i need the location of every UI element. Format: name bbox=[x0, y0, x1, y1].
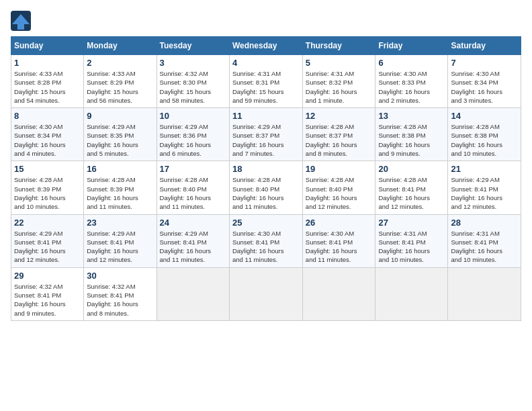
calendar-day-cell: 19Sunrise: 4:28 AM Sunset: 8:40 PM Dayli… bbox=[302, 161, 375, 214]
calendar-header-row: SundayMondayTuesdayWednesdayThursdayFrid… bbox=[11, 37, 521, 55]
day-number: 9 bbox=[87, 111, 153, 121]
day-info: Sunrise: 4:29 AM Sunset: 8:35 PM Dayligh… bbox=[87, 122, 153, 158]
day-info: Sunrise: 4:33 AM Sunset: 8:28 PM Dayligh… bbox=[14, 69, 81, 105]
calendar-day-cell bbox=[448, 267, 521, 320]
logo bbox=[11, 11, 34, 31]
calendar-day-cell: 8Sunrise: 4:30 AM Sunset: 8:34 PM Daylig… bbox=[11, 108, 84, 161]
day-number: 22 bbox=[14, 218, 81, 228]
calendar-day-cell: 10Sunrise: 4:29 AM Sunset: 8:36 PM Dayli… bbox=[157, 108, 229, 161]
day-number: 28 bbox=[451, 218, 518, 228]
day-info: Sunrise: 4:30 AM Sunset: 8:41 PM Dayligh… bbox=[306, 229, 373, 265]
day-number: 11 bbox=[232, 111, 300, 121]
calendar-day-cell: 26Sunrise: 4:30 AM Sunset: 8:41 PM Dayli… bbox=[302, 214, 375, 267]
calendar-day-cell: 12Sunrise: 4:28 AM Sunset: 8:37 PM Dayli… bbox=[302, 108, 375, 161]
calendar-header-day: Tuesday bbox=[157, 37, 229, 55]
day-info: Sunrise: 4:32 AM Sunset: 8:41 PM Dayligh… bbox=[87, 282, 153, 318]
calendar-day-cell: 14Sunrise: 4:28 AM Sunset: 8:38 PM Dayli… bbox=[448, 108, 521, 161]
calendar-body: 1Sunrise: 4:33 AM Sunset: 8:28 PM Daylig… bbox=[11, 55, 521, 321]
day-info: Sunrise: 4:28 AM Sunset: 8:41 PM Dayligh… bbox=[378, 175, 445, 211]
day-number: 14 bbox=[451, 111, 518, 121]
day-number: 3 bbox=[160, 58, 226, 68]
calendar-day-cell bbox=[375, 267, 448, 320]
day-number: 20 bbox=[378, 164, 445, 174]
day-number: 29 bbox=[14, 271, 81, 281]
calendar-day-cell: 13Sunrise: 4:28 AM Sunset: 8:38 PM Dayli… bbox=[375, 108, 448, 161]
calendar-day-cell: 17Sunrise: 4:28 AM Sunset: 8:40 PM Dayli… bbox=[157, 161, 229, 214]
calendar-day-cell: 22Sunrise: 4:29 AM Sunset: 8:41 PM Dayli… bbox=[11, 214, 84, 267]
day-number: 27 bbox=[378, 218, 445, 228]
logo-icon bbox=[11, 11, 31, 31]
day-number: 1 bbox=[14, 58, 81, 68]
calendar-day-cell: 11Sunrise: 4:29 AM Sunset: 8:37 PM Dayli… bbox=[229, 108, 302, 161]
calendar-day-cell: 15Sunrise: 4:28 AM Sunset: 8:39 PM Dayli… bbox=[11, 161, 84, 214]
day-number: 16 bbox=[87, 164, 153, 174]
day-info: Sunrise: 4:28 AM Sunset: 8:37 PM Dayligh… bbox=[306, 122, 373, 158]
day-info: Sunrise: 4:30 AM Sunset: 8:41 PM Dayligh… bbox=[232, 229, 300, 265]
calendar-day-cell: 25Sunrise: 4:30 AM Sunset: 8:41 PM Dayli… bbox=[229, 214, 302, 267]
calendar-day-cell: 20Sunrise: 4:28 AM Sunset: 8:41 PM Dayli… bbox=[375, 161, 448, 214]
day-info: Sunrise: 4:32 AM Sunset: 8:41 PM Dayligh… bbox=[14, 282, 81, 318]
day-info: Sunrise: 4:29 AM Sunset: 8:41 PM Dayligh… bbox=[87, 229, 153, 265]
calendar-header-day: Thursday bbox=[302, 37, 375, 55]
calendar-day-cell: 5Sunrise: 4:31 AM Sunset: 8:32 PM Daylig… bbox=[302, 55, 375, 108]
calendar-day-cell bbox=[157, 267, 229, 320]
calendar-week-row: 15Sunrise: 4:28 AM Sunset: 8:39 PM Dayli… bbox=[11, 161, 521, 214]
calendar-day-cell: 30Sunrise: 4:32 AM Sunset: 8:41 PM Dayli… bbox=[84, 267, 157, 320]
day-info: Sunrise: 4:30 AM Sunset: 8:34 PM Dayligh… bbox=[451, 69, 518, 105]
calendar-day-cell: 18Sunrise: 4:28 AM Sunset: 8:40 PM Dayli… bbox=[229, 161, 302, 214]
day-info: Sunrise: 4:28 AM Sunset: 8:40 PM Dayligh… bbox=[232, 175, 300, 211]
calendar-week-row: 22Sunrise: 4:29 AM Sunset: 8:41 PM Dayli… bbox=[11, 214, 521, 267]
day-number: 7 bbox=[451, 58, 518, 68]
calendar-day-cell: 2Sunrise: 4:33 AM Sunset: 8:29 PM Daylig… bbox=[84, 55, 157, 108]
day-info: Sunrise: 4:28 AM Sunset: 8:40 PM Dayligh… bbox=[306, 175, 373, 211]
day-info: Sunrise: 4:29 AM Sunset: 8:37 PM Dayligh… bbox=[232, 122, 300, 158]
calendar-week-row: 29Sunrise: 4:32 AM Sunset: 8:41 PM Dayli… bbox=[11, 267, 521, 320]
day-number: 19 bbox=[306, 164, 373, 174]
day-info: Sunrise: 4:31 AM Sunset: 8:41 PM Dayligh… bbox=[451, 229, 518, 265]
calendar-header-day: Monday bbox=[84, 37, 157, 55]
calendar-day-cell: 28Sunrise: 4:31 AM Sunset: 8:41 PM Dayli… bbox=[448, 214, 521, 267]
day-info: Sunrise: 4:28 AM Sunset: 8:38 PM Dayligh… bbox=[378, 122, 445, 158]
day-info: Sunrise: 4:29 AM Sunset: 8:41 PM Dayligh… bbox=[14, 229, 81, 265]
day-number: 25 bbox=[232, 218, 300, 228]
day-number: 23 bbox=[87, 218, 153, 228]
day-number: 17 bbox=[160, 164, 226, 174]
day-info: Sunrise: 4:31 AM Sunset: 8:32 PM Dayligh… bbox=[306, 69, 373, 105]
calendar-table: SundayMondayTuesdayWednesdayThursdayFrid… bbox=[11, 36, 521, 321]
day-info: Sunrise: 4:30 AM Sunset: 8:34 PM Dayligh… bbox=[14, 122, 81, 158]
day-info: Sunrise: 4:30 AM Sunset: 8:33 PM Dayligh… bbox=[378, 69, 445, 105]
day-number: 4 bbox=[232, 58, 300, 68]
calendar-day-cell: 4Sunrise: 4:31 AM Sunset: 8:31 PM Daylig… bbox=[229, 55, 302, 108]
day-info: Sunrise: 4:29 AM Sunset: 8:41 PM Dayligh… bbox=[451, 175, 518, 211]
day-info: Sunrise: 4:28 AM Sunset: 8:39 PM Dayligh… bbox=[14, 175, 81, 211]
day-info: Sunrise: 4:33 AM Sunset: 8:29 PM Dayligh… bbox=[87, 69, 153, 105]
day-number: 26 bbox=[306, 218, 373, 228]
calendar-week-row: 1Sunrise: 4:33 AM Sunset: 8:28 PM Daylig… bbox=[11, 55, 521, 108]
calendar-day-cell: 1Sunrise: 4:33 AM Sunset: 8:28 PM Daylig… bbox=[11, 55, 84, 108]
day-info: Sunrise: 4:28 AM Sunset: 8:39 PM Dayligh… bbox=[87, 175, 153, 211]
day-number: 18 bbox=[232, 164, 300, 174]
day-number: 6 bbox=[378, 58, 445, 68]
day-number: 13 bbox=[378, 111, 445, 121]
calendar-day-cell: 7Sunrise: 4:30 AM Sunset: 8:34 PM Daylig… bbox=[448, 55, 521, 108]
day-info: Sunrise: 4:32 AM Sunset: 8:30 PM Dayligh… bbox=[160, 69, 226, 105]
calendar-day-cell: 9Sunrise: 4:29 AM Sunset: 8:35 PM Daylig… bbox=[84, 108, 157, 161]
day-number: 15 bbox=[14, 164, 81, 174]
calendar-day-cell: 23Sunrise: 4:29 AM Sunset: 8:41 PM Dayli… bbox=[84, 214, 157, 267]
day-number: 5 bbox=[306, 58, 373, 68]
day-number: 2 bbox=[87, 58, 153, 68]
day-number: 12 bbox=[306, 111, 373, 121]
calendar-day-cell bbox=[229, 267, 302, 320]
calendar-day-cell: 16Sunrise: 4:28 AM Sunset: 8:39 PM Dayli… bbox=[84, 161, 157, 214]
day-number: 21 bbox=[451, 164, 518, 174]
calendar-header-day: Sunday bbox=[11, 37, 84, 55]
calendar-header-day: Saturday bbox=[448, 37, 521, 55]
calendar-day-cell: 24Sunrise: 4:29 AM Sunset: 8:41 PM Dayli… bbox=[157, 214, 229, 267]
calendar-day-cell: 27Sunrise: 4:31 AM Sunset: 8:41 PM Dayli… bbox=[375, 214, 448, 267]
calendar-day-cell: 29Sunrise: 4:32 AM Sunset: 8:41 PM Dayli… bbox=[11, 267, 84, 320]
calendar-header-day: Friday bbox=[375, 37, 448, 55]
page-header bbox=[11, 11, 521, 31]
calendar-week-row: 8Sunrise: 4:30 AM Sunset: 8:34 PM Daylig… bbox=[11, 108, 521, 161]
calendar-day-cell: 21Sunrise: 4:29 AM Sunset: 8:41 PM Dayli… bbox=[448, 161, 521, 214]
day-info: Sunrise: 4:31 AM Sunset: 8:41 PM Dayligh… bbox=[378, 229, 445, 265]
